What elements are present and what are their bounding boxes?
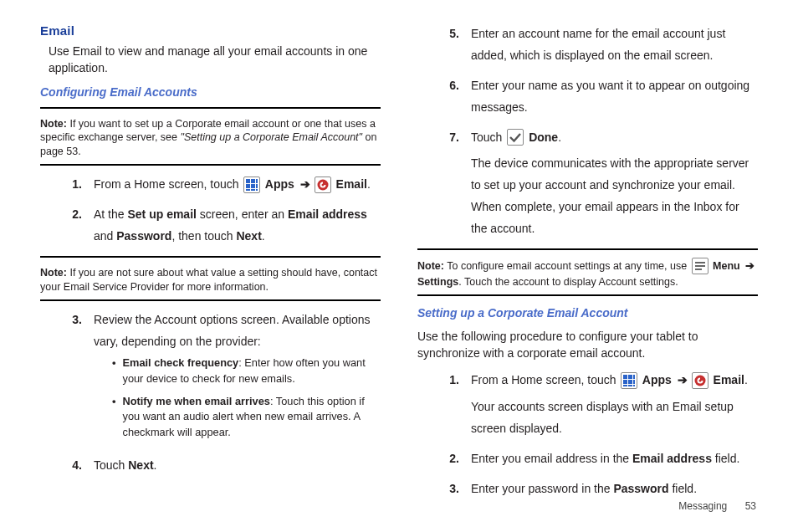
divider bbox=[40, 164, 381, 166]
arrow-icon: ➔ bbox=[745, 260, 755, 272]
divider bbox=[417, 294, 758, 296]
step-number: 7. bbox=[444, 127, 459, 240]
page-number: 53 bbox=[745, 500, 756, 512]
note-text: If you are not sure about what value a s… bbox=[40, 267, 377, 293]
step-text: From a Home screen, touch Apps ➔ Email. bbox=[94, 174, 381, 196]
divider bbox=[40, 299, 381, 301]
step-number: 3. bbox=[444, 478, 459, 500]
divider bbox=[40, 256, 381, 258]
step-text: Touch Next. bbox=[94, 455, 381, 477]
divider bbox=[40, 107, 381, 109]
note-settings: Note: To configure email account setting… bbox=[417, 258, 758, 289]
note-corporate: Note: If you want to set up a Corporate … bbox=[40, 117, 381, 160]
manual-page: Email Use Email to view and manage all y… bbox=[0, 0, 798, 532]
step-3: 3. Review the Account options screen. Av… bbox=[67, 309, 381, 448]
apps-icon bbox=[621, 372, 637, 389]
divider bbox=[417, 248, 758, 250]
step-text: Review the Account options screen. Avail… bbox=[94, 309, 381, 448]
step-2: 2. At the Set up email screen, enter an … bbox=[67, 204, 381, 248]
step-text: Enter you email address in the Email add… bbox=[471, 448, 758, 470]
step-number: 1. bbox=[67, 174, 82, 196]
corp-step-2: 2. Enter you email address in the Email … bbox=[444, 448, 758, 470]
step-7-body: The device communicates with the appropr… bbox=[471, 153, 758, 240]
menu-icon bbox=[692, 258, 708, 274]
step-7: 7. Touch Done. The device communicates w… bbox=[444, 127, 758, 240]
left-column: Email Use Email to view and manage all y… bbox=[40, 23, 381, 515]
page-footer: Messaging 53 bbox=[678, 500, 756, 512]
check-icon bbox=[507, 129, 524, 146]
steps-list-right: 5. Enter an account name for the email a… bbox=[444, 23, 758, 240]
right-column: 5. Enter an account name for the email a… bbox=[417, 23, 758, 515]
note-provider: Note: If you are not sure about what val… bbox=[40, 266, 381, 294]
step-number: 1. bbox=[444, 370, 459, 440]
corp-step-1-body: Your accounts screen displays with an Em… bbox=[471, 396, 758, 440]
section-heading: Email bbox=[40, 23, 381, 38]
footer-section: Messaging bbox=[678, 500, 727, 512]
step-text: At the Set up email screen, enter an Ema… bbox=[94, 204, 381, 248]
steps-list: 1. From a Home screen, touch Apps ➔ Emai… bbox=[67, 174, 381, 248]
step-4: 4. Touch Next. bbox=[67, 455, 381, 477]
step-text: Enter an account name for the email acco… bbox=[471, 23, 758, 67]
note-label: Note: bbox=[40, 267, 67, 279]
step-number: 3. bbox=[67, 309, 82, 448]
step-1: 1. From a Home screen, touch Apps ➔ Emai… bbox=[67, 174, 381, 196]
note-reference: "Setting up a Corporate Email Account" bbox=[180, 131, 362, 143]
arrow-icon: ➔ bbox=[678, 373, 688, 386]
corporate-intro: Use the following procedure to configure… bbox=[417, 328, 749, 362]
email-icon bbox=[692, 372, 708, 389]
corporate-steps: 1. From a Home screen, touch Apps ➔ Emai… bbox=[444, 370, 758, 499]
email-icon bbox=[315, 176, 331, 193]
step-text: Enter your name as you want it to appear… bbox=[471, 75, 758, 119]
step-number: 4. bbox=[67, 455, 82, 477]
step-number: 5. bbox=[444, 23, 459, 67]
steps-list-cont: 3. Review the Account options screen. Av… bbox=[67, 309, 381, 477]
note-label: Note: bbox=[40, 118, 67, 130]
bullet-frequency: Email check frequency: Enter how often y… bbox=[112, 356, 381, 386]
bullet-notify: Notify me when email arrives: Touch this… bbox=[112, 394, 381, 441]
step-number: 6. bbox=[444, 75, 459, 119]
options-bullets: Email check frequency: Enter how often y… bbox=[112, 356, 381, 440]
note-label: Note: bbox=[417, 260, 444, 272]
step-6: 6. Enter your name as you want it to app… bbox=[444, 75, 758, 119]
subheading-corporate: Setting up a Corporate Email Account bbox=[417, 306, 758, 320]
step-text: Enter your password in the Password fiel… bbox=[471, 478, 758, 500]
arrow-icon: ➔ bbox=[300, 177, 310, 191]
corp-step-3: 3. Enter your password in the Password f… bbox=[444, 478, 758, 500]
subheading-configuring: Configuring Email Accounts bbox=[40, 85, 381, 99]
apps-icon bbox=[243, 176, 260, 193]
step-text: Touch Done. The device communicates with… bbox=[471, 127, 758, 240]
step-text: From a Home screen, touch Apps ➔ Email. … bbox=[471, 370, 758, 440]
corp-step-1: 1. From a Home screen, touch Apps ➔ Emai… bbox=[444, 370, 758, 440]
intro-text: Use Email to view and manage all your em… bbox=[49, 43, 372, 77]
step-number: 2. bbox=[67, 204, 82, 248]
step-number: 2. bbox=[444, 448, 459, 470]
step-5: 5. Enter an account name for the email a… bbox=[444, 23, 758, 67]
